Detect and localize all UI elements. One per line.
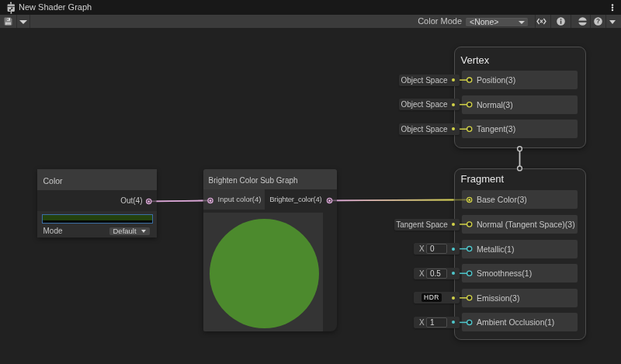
pill-object-space[interactable]: Object Space [399,99,460,110]
toolbar-separator [29,15,30,28]
node-subgraph-title: Brighten Color Sub Graph [203,176,298,185]
main-preview-button[interactable] [571,15,590,28]
fragment-row-metallic[interactable]: Metallic(1) [462,240,578,258]
color-out-port-label: Out(4) [120,191,142,212]
kebab-menu-icon[interactable] [609,0,616,12]
port-label: Normal (Tangent Space)(3) [477,215,575,234]
color-swatch-field[interactable] [42,214,153,224]
toolbar: Color Mode <None> ? [0,15,621,28]
code-icon [536,18,546,25]
chevron-down-icon [141,230,146,233]
toolbar-overflow-button[interactable] [606,15,621,28]
pill-object-space[interactable]: Object Space [399,75,460,86]
port-label: Smoothness(1) [477,264,532,283]
pill-smoothness-value[interactable]: X 0.5 [414,268,460,279]
pill-port-dot [452,223,455,226]
title-bar: New Shader Graph [0,0,621,15]
float-value: 0.5 [430,269,441,278]
svg-text:?: ? [596,18,600,25]
node-subgraph-header[interactable]: Brighten Color Sub Graph [203,169,338,190]
pill-port-dot [452,78,455,81]
pill-port-dot [452,103,455,106]
chevron-down-icon [609,20,616,24]
port-label: Emission(3) [477,289,519,307]
pill-metallic-value[interactable]: X 0 [414,243,460,255]
node-color-header[interactable]: Color [37,169,157,190]
node-subgraph[interactable]: Brighten Color Sub Graph Input color(4) … [203,169,338,332]
node-preview [203,213,324,331]
vertex-row-position[interactable]: Position(3) [462,71,578,89]
pill-tangent-space[interactable]: Tangent Space [394,219,460,231]
pill-label: Object Space [399,99,449,110]
port-label: Ambient Occlusion(1) [477,313,554,331]
subgraph-input-port-label: Input color(4) [218,189,262,210]
port-label: Base Color(3) [477,190,527,209]
x-component-label: X [419,268,425,279]
color-mode-dropdown[interactable]: <None> [466,18,528,27]
pill-ambient-occlusion-value[interactable]: X 1 [414,317,460,328]
port-label: Position(3) [477,71,515,89]
vertex-row-normal[interactable]: Normal(3) [462,95,578,114]
save-dropdown-button[interactable] [17,15,29,28]
color-mode-select[interactable]: Default [109,227,150,235]
vertex-row-tangent[interactable]: Tangent(3) [462,120,578,138]
color-mode-field-label: Mode [43,224,63,237]
float-input[interactable]: 0 [426,244,447,254]
port-label: Normal(3) [477,95,513,114]
window-title: New Shader Graph [19,0,92,15]
subgraph-output-port-label: Brighter_color(4) [269,189,321,210]
node-fragment-title: Fragment [461,172,505,187]
node-fragment[interactable]: Fragment Base Color(3) Normal (Tangent S… [454,168,586,340]
save-icon [4,17,12,26]
info-icon [557,17,565,26]
pill-port-dot [452,127,455,130]
color-mode-value: <None> [470,18,498,26]
chevron-down-icon [19,20,27,24]
color-mode-label: Color Mode [418,15,462,28]
x-component-label: X [419,243,425,255]
hdr-badge[interactable]: HDR [422,293,442,302]
color-swatch-alpha-bar [43,220,152,223]
color-mode-select-value: Default [113,227,137,235]
node-vertex-title: Vertex [461,53,490,68]
float-input[interactable]: 0.5 [426,269,447,279]
x-component-label: X [419,317,425,328]
preview-sphere [210,219,319,328]
node-color-title: Color [37,176,63,185]
fragment-row-normal[interactable]: Normal (Tangent Space)(3) [462,215,578,234]
pill-port-dot [452,296,455,300]
show-generated-code-button[interactable] [536,15,550,28]
port-label: Tangent(3) [477,120,515,138]
pill-port-dot [452,272,455,275]
pill-label: Object Space [399,75,449,86]
fragment-row-base-color[interactable]: Base Color(3) [462,190,578,209]
pill-object-space[interactable]: Object Space [399,123,460,135]
chevron-down-icon [519,21,525,24]
pill-port-dot [452,248,455,251]
node-color-controls: Mode Default [37,211,157,238]
pill-port-dot [452,321,455,324]
help-button[interactable]: ? [591,15,605,28]
node-vertex[interactable]: Vertex Position(3) Normal(3) Tangent(3) [454,47,586,148]
save-button[interactable] [0,15,16,28]
float-input[interactable]: 1 [426,317,447,328]
shader-graph-icon [6,2,17,14]
graph-inspector-button[interactable] [551,15,571,28]
pill-label: Tangent Space [394,219,449,231]
fragment-row-ambient-occlusion[interactable]: Ambient Occlusion(1) [462,313,578,331]
pill-label: Object Space [399,123,449,135]
fragment-row-smoothness[interactable]: Smoothness(1) [462,264,578,283]
pill-emission-hdr[interactable]: HDR [414,292,460,303]
help-icon: ? [594,17,602,26]
port-label: Metallic(1) [477,240,514,258]
float-value: 0 [430,244,435,253]
fragment-row-emission[interactable]: Emission(3) [462,289,578,307]
node-color[interactable]: Color Out(4) Mode Default [37,169,157,237]
float-value: 1 [430,318,435,327]
preview-sphere-icon [578,17,587,26]
